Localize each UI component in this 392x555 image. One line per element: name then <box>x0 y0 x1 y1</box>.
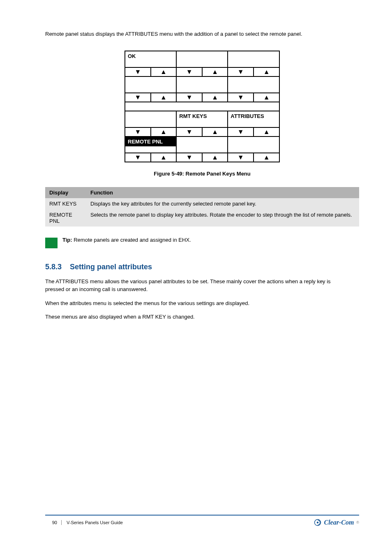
arrow-down-icon: ▼ <box>176 67 202 76</box>
cell-remote-pnl: REMOTE PNL <box>125 136 176 153</box>
remote-panel-diagram: OK ▼ ▲ ▼ ▲ ▼ ▲ ▼ ▲ ▼ ▲ ▼ ▲ <box>125 51 280 162</box>
arrow-up-icon: ▲ <box>151 93 177 102</box>
arrow-down-icon: ▼ <box>228 67 254 76</box>
arrow-up-icon: ▲ <box>254 67 279 76</box>
arrow-down-icon: ▼ <box>125 153 151 162</box>
arrow-up-icon: ▲ <box>254 127 279 136</box>
section-title: Setting panel attributes <box>70 263 152 271</box>
body-paragraph: The ATTRIBUTES menu allows the various p… <box>45 278 349 294</box>
brand-logo: Clear-Com® <box>314 519 359 526</box>
page-number: 90 <box>45 520 62 525</box>
figure-caption: Figure 5-49: Remote Panel Keys Menu <box>45 171 359 177</box>
table-cell: RMT KEYS <box>45 198 86 209</box>
table-cell: Displays the key attributes for the curr… <box>86 198 359 209</box>
registered-mark: ® <box>356 520 359 525</box>
arrow-up-icon: ▲ <box>202 153 228 162</box>
cell-ok: OK <box>125 51 176 67</box>
table-header-display: Display <box>45 187 86 198</box>
table-row: RMT KEYS Displays the key attributes for… <box>45 198 359 209</box>
arrow-down-icon: ▼ <box>176 127 202 136</box>
tip-label: Tip: <box>62 237 72 243</box>
table-cell: REMOTE PNL <box>45 209 86 227</box>
arrow-up-icon: ▲ <box>254 153 279 162</box>
cell-r4c3 <box>228 136 279 153</box>
arrow-up-icon: ▲ <box>254 93 279 102</box>
clear-com-icon <box>314 519 321 526</box>
tip-icon <box>45 238 58 248</box>
footer-rule <box>45 515 359 516</box>
brand-name: Clear-Com <box>324 519 354 526</box>
cell-r2c1 <box>125 76 176 93</box>
intro-paragraph: Remote panel status displays the ATTRIBU… <box>45 30 349 38</box>
arrow-up-icon: ▲ <box>151 67 177 76</box>
section-heading: 5.8.3Setting panel attributes <box>45 263 359 271</box>
arrow-down-icon: ▼ <box>125 93 151 102</box>
cell-r3c1 <box>125 111 176 127</box>
cell-attributes: ATTRIBUTES <box>228 111 279 127</box>
cell-r4c2 <box>176 136 228 153</box>
arrow-up-icon: ▲ <box>151 153 177 162</box>
arrow-up-icon: ▲ <box>202 93 228 102</box>
arrow-up-icon: ▲ <box>202 67 228 76</box>
arrow-down-icon: ▼ <box>228 93 254 102</box>
svg-point-1 <box>317 522 319 524</box>
cell-r2c2 <box>176 76 228 93</box>
cell-r2c3 <box>228 76 279 93</box>
arrow-down-icon: ▼ <box>125 67 151 76</box>
arrow-up-icon: ▲ <box>202 127 228 136</box>
attributes-table: Display Function RMT KEYS Displays the k… <box>45 187 359 227</box>
diagram-gap <box>125 102 279 111</box>
tip-block: Tip: Remote panels are created and assig… <box>45 237 359 248</box>
footer-doc-title: V-Series Panels User Guide <box>67 520 314 525</box>
section-number: 5.8.3 <box>45 263 62 271</box>
table-cell: Selects the remote panel to display key … <box>86 209 359 227</box>
body-paragraph: When the attributes menu is selected the… <box>45 299 349 308</box>
tip-text: Remote panels are created and assigned i… <box>74 237 191 243</box>
page-footer: 90 V-Series Panels User Guide Clear-Com® <box>0 515 392 526</box>
arrow-down-icon: ▼ <box>176 93 202 102</box>
table-row: REMOTE PNL Selects the remote panel to d… <box>45 209 359 227</box>
cell-r1c2 <box>176 51 228 67</box>
body-paragraph: These menus are also displayed when a RM… <box>45 313 349 321</box>
arrow-up-icon: ▲ <box>151 127 177 136</box>
arrow-down-icon: ▼ <box>176 153 202 162</box>
arrow-down-icon: ▼ <box>228 153 254 162</box>
cell-r1c3 <box>228 51 279 67</box>
table-header-function: Function <box>86 187 359 198</box>
arrow-down-icon: ▼ <box>125 127 151 136</box>
cell-rmt-keys: RMT KEYS <box>176 111 228 127</box>
arrow-down-icon: ▼ <box>228 127 254 136</box>
